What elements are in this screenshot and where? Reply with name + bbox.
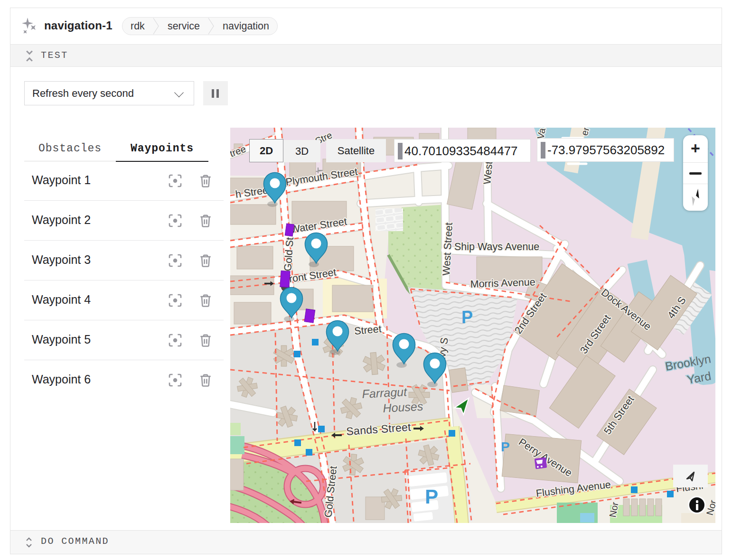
svg-text:P: P xyxy=(425,485,438,508)
svg-text:Gold St: Gold St xyxy=(282,237,296,271)
svg-text:West: West xyxy=(481,161,495,185)
svg-text:Ship Ways Avenue: Ship Ways Avenue xyxy=(454,241,539,252)
svg-text:Houses: Houses xyxy=(383,400,423,415)
svg-text:Farragut: Farragut xyxy=(362,385,408,401)
svg-text:Morris Avenue: Morris Avenue xyxy=(470,276,535,290)
svg-text:P: P xyxy=(461,308,473,327)
svg-text:P: P xyxy=(501,439,510,454)
svg-text:Street: Street xyxy=(354,323,382,337)
